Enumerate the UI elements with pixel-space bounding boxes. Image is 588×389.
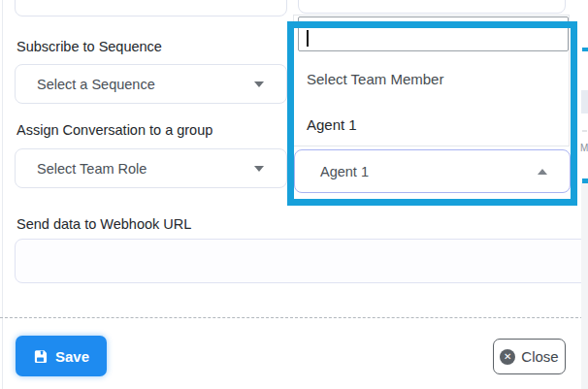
close-icon: ✕ [500, 349, 515, 365]
webhook-url-input[interactable] [15, 239, 588, 283]
close-button-label: Close [521, 348, 558, 365]
subscribe-to-sequence-label: Subscribe to Sequence [16, 39, 162, 55]
page-edge-strip [581, 182, 588, 389]
assign-group-label: Assign Conversation to a group [16, 122, 212, 139]
modal-left-border [2, 0, 3, 389]
chevron-down-icon [254, 166, 264, 172]
top-right-input[interactable] [298, 0, 566, 14]
team-member-search-input[interactable] [298, 16, 569, 51]
footer-divider [0, 317, 588, 318]
automation-settings-modal: Subscribe to Sequence Select a Sequence … [0, 0, 588, 389]
close-button[interactable]: ✕ Close [493, 339, 566, 374]
save-button[interactable]: Save [16, 336, 107, 376]
dropdown-option-agent-1[interactable]: Agent 1 [307, 116, 549, 133]
sequence-select[interactable]: Select a Sequence [15, 64, 287, 104]
top-left-input[interactable] [15, 0, 287, 16]
chevron-down-icon [254, 81, 264, 87]
team-role-select-value: Select Team Role [16, 161, 254, 177]
dropdown-option-select-team-member[interactable]: Select Team Member [307, 71, 549, 87]
edge-highlight-fragment-top [582, 48, 588, 51]
save-icon [33, 349, 48, 364]
team-role-select[interactable]: Select Team Role [15, 148, 287, 188]
edge-panel-fragment [581, 90, 588, 113]
team-member-select[interactable]: Agent 1 [294, 149, 571, 193]
webhook-url-label: Send data to Webhook URL [16, 216, 191, 233]
edge-line-fragment [582, 130, 587, 132]
team-member-select-value: Agent 1 [295, 164, 538, 179]
chevron-up-icon [538, 169, 547, 175]
edge-partial-text: M [580, 143, 588, 156]
edge-highlight-fragment-bottom [582, 178, 588, 183]
sequence-select-value: Select a Sequence [16, 77, 254, 92]
save-button-label: Save [55, 348, 89, 365]
text-cursor [307, 30, 309, 47]
